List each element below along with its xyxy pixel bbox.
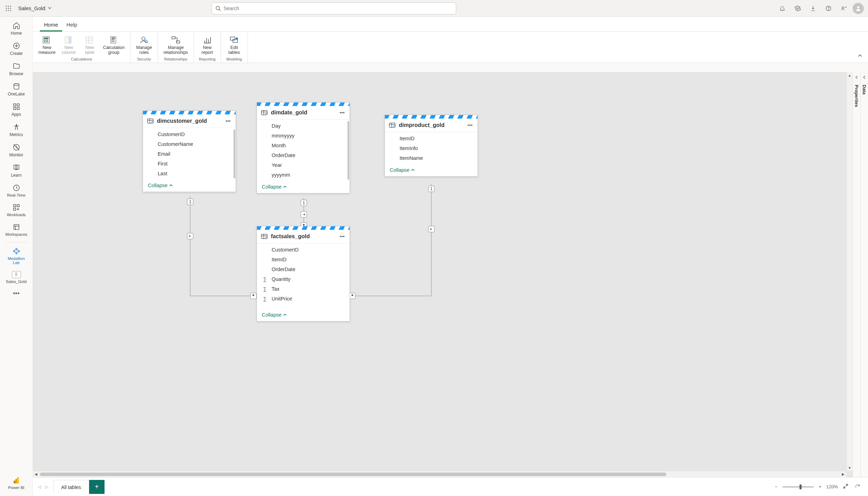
svg-point-4 xyxy=(8,8,9,9)
nav-onelake[interactable]: OneLake xyxy=(2,80,31,100)
manage-relationships-button[interactable]: Manage relationships xyxy=(161,34,191,56)
svg-point-0 xyxy=(6,6,7,7)
column-item[interactable]: yyyymm xyxy=(257,170,350,180)
table-more-button[interactable]: ••• xyxy=(466,122,474,129)
model-canvas[interactable]: 1 * 1 * 1 * dimcustomer_gold ••• Custome… xyxy=(33,72,853,477)
tab-home[interactable]: Home xyxy=(40,18,62,31)
svg-point-13 xyxy=(828,9,828,10)
scroll-thumb[interactable] xyxy=(40,473,666,476)
column-item[interactable]: Year xyxy=(257,160,350,170)
nav-browse[interactable]: Browse xyxy=(2,59,31,80)
column-item[interactable]: mmmyyyy xyxy=(257,131,350,141)
scroll-up-arrow[interactable]: ▲ xyxy=(847,72,853,78)
document-title-dropdown[interactable]: Sales_Gold xyxy=(18,5,52,11)
nav-metrics[interactable]: Metrics xyxy=(2,120,31,141)
column-item[interactable]: CustomerID xyxy=(257,245,350,255)
column-item[interactable]: OrderDate xyxy=(257,264,350,274)
column-item[interactable]: ∑Quantity xyxy=(257,274,350,284)
table-more-button[interactable]: ••• xyxy=(338,109,346,116)
column-item[interactable]: ∑Tax xyxy=(257,284,350,294)
user-avatar[interactable] xyxy=(853,3,864,14)
collapse-table-button[interactable]: Collapse xyxy=(257,309,350,321)
nav-workspaces[interactable]: Workspaces xyxy=(2,220,31,240)
search-box[interactable] xyxy=(211,2,456,14)
column-item[interactable]: Day xyxy=(257,121,350,131)
table-icon xyxy=(388,121,396,129)
nav-workloads[interactable]: Workloads xyxy=(2,201,31,220)
zoom-in-button[interactable]: + xyxy=(817,483,823,491)
column-item[interactable]: First xyxy=(143,159,236,169)
horizontal-scrollbar[interactable]: ◀ ▶ xyxy=(33,471,846,477)
nav-learn[interactable]: Learn xyxy=(2,161,31,181)
scroll-left-arrow[interactable]: ◀ xyxy=(33,471,39,477)
ribbon: New measure New column New table Calcula… xyxy=(33,32,868,63)
table-more-button[interactable]: ••• xyxy=(338,233,346,240)
sheet-prev-button[interactable]: ◁ xyxy=(36,482,43,491)
column-item[interactable]: Month xyxy=(257,141,350,150)
settings-button[interactable] xyxy=(791,2,804,15)
collapse-table-button[interactable]: Collapse xyxy=(143,180,236,192)
table-card-dimproduct[interactable]: dimproduct_gold ••• ItemID ItemInfo Item… xyxy=(385,115,478,177)
sheet-tab-all-tables[interactable]: All tables xyxy=(53,480,89,494)
nav-more[interactable]: ••• xyxy=(2,288,31,299)
refresh-button[interactable] xyxy=(853,482,862,491)
scroll-down-arrow[interactable]: ▼ xyxy=(847,465,853,471)
data-pane-collapsed[interactable]: Data xyxy=(860,72,868,477)
nav-powerbi[interactable]: Power BI xyxy=(2,474,31,493)
calculation-group-button[interactable]: Calculation group xyxy=(100,34,128,56)
nav-medallion-lab[interactable]: Medallion Lab xyxy=(2,245,31,268)
column-item[interactable]: OrderDate xyxy=(257,150,350,160)
feedback-button[interactable] xyxy=(837,2,851,15)
help-button[interactable] xyxy=(822,2,835,15)
zoom-slider-knob[interactable] xyxy=(799,484,802,489)
collapse-table-button[interactable]: Collapse xyxy=(257,181,350,193)
properties-label: Properties xyxy=(854,83,859,107)
collapse-ribbon-button[interactable] xyxy=(852,50,868,63)
collapse-table-button[interactable]: Collapse xyxy=(385,164,478,176)
table-more-button[interactable]: ••• xyxy=(224,118,232,125)
column-item[interactable]: ItemID xyxy=(385,134,478,143)
column-item[interactable]: ∑UnitPrice xyxy=(257,294,350,304)
nav-create[interactable]: Create xyxy=(2,39,31,59)
column-item[interactable]: ItemInfo xyxy=(385,143,478,153)
sheet-next-button[interactable]: ▷ xyxy=(43,482,50,491)
column-item[interactable]: Last xyxy=(143,169,236,178)
zoom-slider[interactable] xyxy=(782,486,814,488)
svg-rect-37 xyxy=(46,41,47,42)
column-item[interactable]: CustomerID xyxy=(143,129,236,139)
column-item[interactable]: CustomerName xyxy=(143,139,236,149)
expand-properties-button[interactable] xyxy=(855,75,859,80)
expand-data-button[interactable] xyxy=(862,75,867,80)
fit-to-page-button[interactable] xyxy=(841,482,850,491)
column-item[interactable]: ItemName xyxy=(385,153,478,163)
nav-home[interactable]: Home xyxy=(2,19,31,39)
new-report-button[interactable]: New report xyxy=(197,34,218,56)
svg-rect-38 xyxy=(47,41,48,42)
svg-rect-65 xyxy=(148,119,153,123)
zoom-out-button[interactable]: − xyxy=(774,483,779,491)
search-input[interactable] xyxy=(224,6,452,11)
nav-realtime[interactable]: Real-Time xyxy=(2,181,31,201)
column-item[interactable]: ItemID xyxy=(257,255,350,264)
table-card-dimdate[interactable]: dimdate_gold ••• Day mmmyyyy Month Order… xyxy=(257,102,350,193)
download-button[interactable] xyxy=(806,2,820,15)
app-launcher-button[interactable] xyxy=(3,3,14,14)
new-measure-button[interactable]: New measure xyxy=(36,34,58,56)
rail-separator xyxy=(6,242,27,242)
vertical-scrollbar[interactable]: ▲ ▼ xyxy=(846,72,853,471)
add-sheet-button[interactable]: + xyxy=(89,480,105,494)
table-card-factsales[interactable]: factsales_gold ••• CustomerID ItemID Ord… xyxy=(257,226,350,321)
scroll-right-arrow[interactable]: ▶ xyxy=(840,471,846,477)
column-item[interactable]: Email xyxy=(143,149,236,159)
new-column-button[interactable]: New column xyxy=(58,34,79,56)
nav-apps[interactable]: Apps xyxy=(2,100,31,120)
nav-sales-gold[interactable]: ⠿Sales_Gold xyxy=(2,268,31,287)
manage-roles-button[interactable]: Manage roles xyxy=(133,34,155,56)
table-card-dimcustomer[interactable]: dimcustomer_gold ••• CustomerID Customer… xyxy=(143,111,236,192)
notifications-button[interactable] xyxy=(776,2,789,15)
properties-pane-collapsed[interactable]: Properties xyxy=(853,72,860,477)
nav-monitor[interactable]: Monitor xyxy=(2,141,31,161)
edit-tables-button[interactable]: Edit tables xyxy=(224,34,245,56)
tab-help[interactable]: Help xyxy=(62,18,81,31)
new-table-button[interactable]: New table xyxy=(79,34,100,56)
